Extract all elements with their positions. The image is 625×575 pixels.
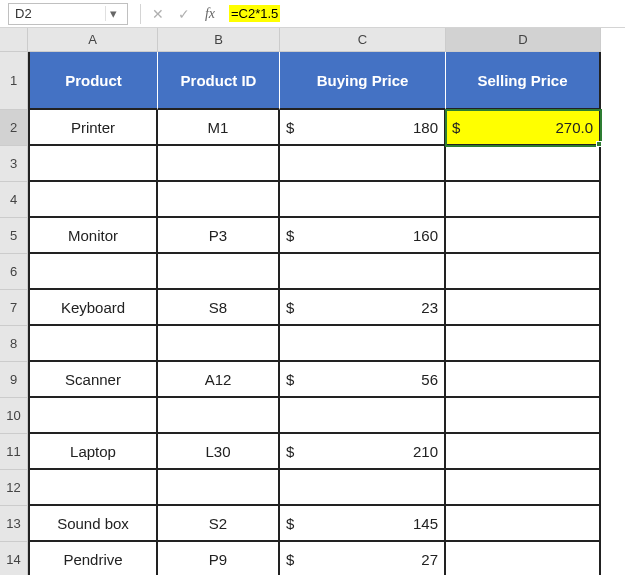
cell-A3[interactable] [28,146,158,182]
cell-A5[interactable]: Monitor [28,218,158,254]
cell-B8[interactable] [158,326,280,362]
cell-C3[interactable] [280,146,446,182]
cell-D5[interactable] [446,218,601,254]
cell-B12[interactable] [158,470,280,506]
currency-symbol: $ [286,299,294,316]
cell-value: 145 [413,515,438,532]
cell-C4[interactable] [280,182,446,218]
cell-B1[interactable]: Product ID [158,52,280,110]
currency-symbol: $ [286,119,294,136]
row-header-5[interactable]: 5 [0,218,28,254]
cell-B6[interactable] [158,254,280,290]
table-row: 2 Printer M1 $180 $270.0 [0,110,625,146]
row-header-2[interactable]: 2 [0,110,28,146]
cell-value: 23 [421,299,438,316]
cell-D2[interactable]: $270.0 [446,110,601,146]
name-box[interactable]: D2 ▾ [8,3,128,25]
formula-text: =C2*1.5 [229,5,280,22]
cell-D14[interactable] [446,542,601,575]
table-row: 11 Laptop L30 $210 [0,434,625,470]
column-header-area: A B C D [0,28,625,52]
cell-D12[interactable] [446,470,601,506]
formula-bar: D2 ▾ ✕ ✓ fx =C2*1.5 [0,0,625,28]
cell-C13[interactable]: $145 [280,506,446,542]
row-header-14[interactable]: 14 [0,542,28,575]
cell-A2[interactable]: Printer [28,110,158,146]
cell-B5[interactable]: P3 [158,218,280,254]
row-header-13[interactable]: 13 [0,506,28,542]
cell-D4[interactable] [446,182,601,218]
cell-A1[interactable]: Product [28,52,158,110]
fx-icon[interactable]: fx [197,3,223,25]
cell-C1[interactable]: Buying Price [280,52,446,110]
grid-body: 1 Product Product ID Buying Price Sellin… [0,52,625,575]
formula-input[interactable]: =C2*1.5 [223,3,625,25]
row-header-3[interactable]: 3 [0,146,28,182]
table-row: 14 Pendrive P9 $27 [0,542,625,575]
name-box-dropdown-icon[interactable]: ▾ [105,6,121,21]
cell-B11[interactable]: L30 [158,434,280,470]
row-header-10[interactable]: 10 [0,398,28,434]
col-header-C[interactable]: C [280,28,446,52]
cell-C11[interactable]: $210 [280,434,446,470]
col-header-B[interactable]: B [158,28,280,52]
cell-D13[interactable] [446,506,601,542]
col-header-A[interactable]: A [28,28,158,52]
cell-D11[interactable] [446,434,601,470]
cell-A12[interactable] [28,470,158,506]
cell-A10[interactable] [28,398,158,434]
cell-B2[interactable]: M1 [158,110,280,146]
table-row: 6 [0,254,625,290]
row-header-6[interactable]: 6 [0,254,28,290]
cancel-icon[interactable]: ✕ [145,3,171,25]
row-header-7[interactable]: 7 [0,290,28,326]
row-header-9[interactable]: 9 [0,362,28,398]
select-all-corner[interactable] [0,28,28,52]
cell-D1[interactable]: Selling Price [446,52,601,110]
currency-symbol: $ [286,371,294,388]
row-header-4[interactable]: 4 [0,182,28,218]
row-header-8[interactable]: 8 [0,326,28,362]
row-header-1[interactable]: 1 [0,52,28,110]
currency-symbol: $ [286,551,294,568]
currency-symbol: $ [452,119,460,136]
cell-A7[interactable]: Keyboard [28,290,158,326]
cell-D7[interactable] [446,290,601,326]
cell-D6[interactable] [446,254,601,290]
cell-A14[interactable]: Pendrive [28,542,158,575]
cell-C6[interactable] [280,254,446,290]
cell-C5[interactable]: $160 [280,218,446,254]
cell-C2[interactable]: $180 [280,110,446,146]
cell-B3[interactable] [158,146,280,182]
row-header-12[interactable]: 12 [0,470,28,506]
row-header-11[interactable]: 11 [0,434,28,470]
cell-C9[interactable]: $56 [280,362,446,398]
cell-B9[interactable]: A12 [158,362,280,398]
cell-C8[interactable] [280,326,446,362]
cell-D10[interactable] [446,398,601,434]
cell-C12[interactable] [280,470,446,506]
cell-C10[interactable] [280,398,446,434]
cell-A13[interactable]: Sound box [28,506,158,542]
cell-B10[interactable] [158,398,280,434]
accept-icon[interactable]: ✓ [171,3,197,25]
cell-D8[interactable] [446,326,601,362]
fill-handle[interactable] [596,141,602,147]
cell-B7[interactable]: S8 [158,290,280,326]
cell-A6[interactable] [28,254,158,290]
table-row: 10 [0,398,625,434]
cell-A9[interactable]: Scanner [28,362,158,398]
cell-value: 180 [413,119,438,136]
cell-A4[interactable] [28,182,158,218]
cell-B4[interactable] [158,182,280,218]
col-header-D[interactable]: D [446,28,601,52]
cell-A8[interactable] [28,326,158,362]
cell-C14[interactable]: $27 [280,542,446,575]
cell-D3[interactable] [446,146,601,182]
cell-B13[interactable]: S2 [158,506,280,542]
currency-symbol: $ [286,443,294,460]
cell-D9[interactable] [446,362,601,398]
cell-C7[interactable]: $23 [280,290,446,326]
cell-B14[interactable]: P9 [158,542,280,575]
cell-A11[interactable]: Laptop [28,434,158,470]
